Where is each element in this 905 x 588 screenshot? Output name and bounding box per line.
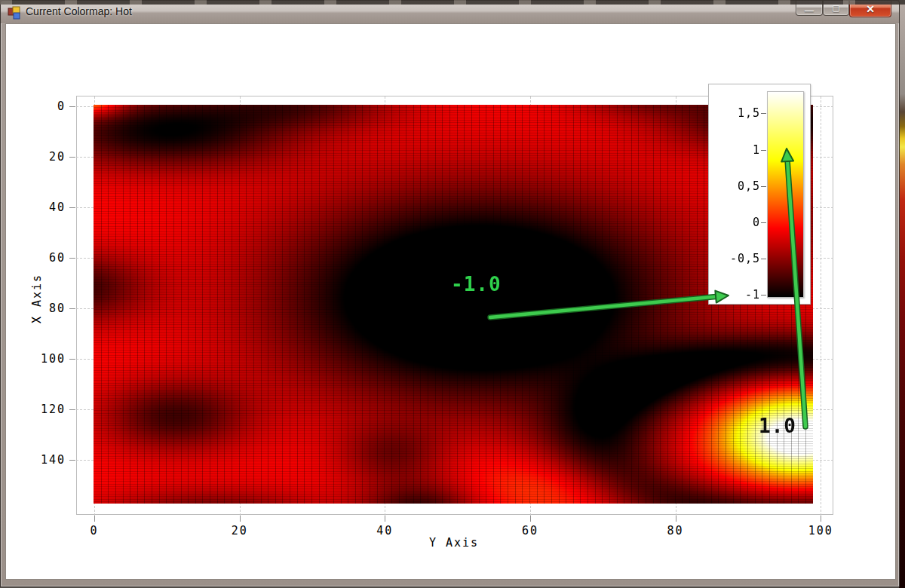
y-tick-label: 140 xyxy=(29,453,66,467)
minimize-icon: — xyxy=(805,6,814,15)
colorbar-tick-label: 1 xyxy=(718,143,760,157)
maximize-icon: ▢ xyxy=(832,4,839,12)
tick-mark-bottom xyxy=(240,516,241,522)
colorbar-legend[interactable]: 1,510,50-0,5-1 xyxy=(708,84,811,305)
x-tick-label: 40 xyxy=(376,524,393,537)
tick-mark-bottom xyxy=(676,516,676,522)
app-window: Current Colormap: Hot — ▢ ✕ 020406080100… xyxy=(0,0,900,587)
app-icon xyxy=(8,6,21,20)
colorbar-gradient xyxy=(767,91,804,298)
tick-mark-left xyxy=(69,359,75,360)
annotation-max-label: 1.0 xyxy=(759,415,796,437)
x-tick-label: 60 xyxy=(522,524,538,537)
x-tick-label: 20 xyxy=(232,524,248,537)
colorbar-tick-label: 0,5 xyxy=(718,179,760,193)
colorbar-tick-mark xyxy=(761,259,766,259)
tick-mark-bottom xyxy=(385,516,385,522)
y-tick-label: 20 xyxy=(29,150,66,164)
colorbar-tick-mark xyxy=(761,222,766,223)
y-tick-label: 60 xyxy=(29,251,66,265)
colorbar-tick-label: -1 xyxy=(718,288,760,302)
y-tick-label: 120 xyxy=(29,403,66,416)
minimize-button[interactable]: — xyxy=(796,1,823,16)
desktop: Current Colormap: Hot — ▢ ✕ 020406080100… xyxy=(0,0,905,588)
colorbar-tick-label: -0,5 xyxy=(718,252,760,265)
colorbar-tick-label: 1,5 xyxy=(718,106,760,120)
close-button[interactable]: ✕ xyxy=(849,1,891,17)
client-area: 020406080100020406080100120140 X Axis Y … xyxy=(5,23,896,580)
x-axis-title: X Axis xyxy=(30,274,44,323)
x-tick-label: 0 xyxy=(90,524,98,537)
tick-mark-left xyxy=(69,460,75,461)
desktop-background-right xyxy=(899,0,905,588)
x-tick-label: 80 xyxy=(667,524,684,537)
close-icon: ✕ xyxy=(866,4,875,14)
y-tick-label: 40 xyxy=(29,201,66,214)
tick-mark-bottom xyxy=(821,516,821,522)
window-title: Current Colormap: Hot xyxy=(26,5,132,17)
tick-mark-bottom xyxy=(94,516,95,522)
tick-mark-bottom xyxy=(530,516,531,522)
tick-mark-left xyxy=(69,106,75,107)
y-tick-label: 0 xyxy=(29,100,66,113)
heatmap-surface[interactable] xyxy=(94,105,813,504)
tick-mark-left xyxy=(69,157,75,158)
tick-mark-left xyxy=(69,409,75,410)
colorbar-tick-mark xyxy=(761,295,766,296)
x-tick-label: 100 xyxy=(808,524,833,537)
y-tick-label: 100 xyxy=(29,352,66,366)
maximize-button[interactable]: ▢ xyxy=(823,1,849,16)
colorbar-tick-mark xyxy=(761,150,766,151)
titlebar[interactable]: Current Colormap: Hot — ▢ ✕ xyxy=(1,1,899,23)
annotation-min-label: -1.0 xyxy=(451,273,502,296)
window-controls: — ▢ ✕ xyxy=(796,1,891,17)
tick-mark-left xyxy=(69,258,75,259)
colorbar-tick-mark xyxy=(761,113,766,114)
colorbar-tick-label: 0 xyxy=(718,216,760,229)
y-axis-title: Y Axis xyxy=(429,536,479,550)
tick-mark-left xyxy=(69,308,75,309)
tick-mark-left xyxy=(69,207,75,208)
colorbar-tick-mark xyxy=(761,186,766,187)
